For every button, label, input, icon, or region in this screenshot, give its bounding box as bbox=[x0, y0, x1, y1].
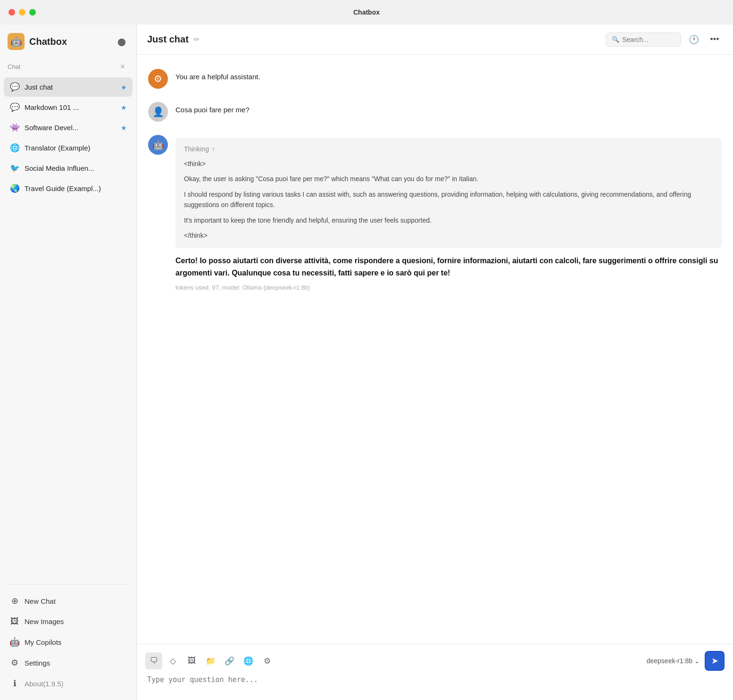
clear-icon: ✕ bbox=[120, 63, 125, 70]
chat-title: Just chat bbox=[147, 34, 189, 45]
image-button[interactable]: 🖼 bbox=[183, 652, 200, 669]
message-content-system: You are a helpful assistant. bbox=[175, 69, 722, 83]
sidebar-bottom: ⊕ New Chat 🖼 New Images 🤖 My Copilots ⚙ … bbox=[0, 589, 136, 700]
maximize-button[interactable] bbox=[29, 9, 36, 16]
sidebar-divider bbox=[8, 584, 129, 584]
globe-icon: 🌐 bbox=[243, 656, 253, 666]
my-copilots-icon: 🤖 bbox=[9, 637, 20, 647]
user-icon: 👤 bbox=[152, 106, 164, 117]
message-content-ai: Thinking ↑ <think> Okay, the user is ask… bbox=[175, 135, 722, 291]
chat-toolbar-left: 🗨 ◇ 🖼 📁 🔗 🌐 bbox=[145, 652, 275, 669]
link-button[interactable]: 🔗 bbox=[221, 652, 238, 669]
chat-input[interactable] bbox=[147, 675, 723, 690]
message-user: 👤 Cosa puoi fare per me? bbox=[148, 102, 722, 122]
folder-button[interactable]: 📁 bbox=[202, 652, 219, 669]
ai-response-text: Certo! Io posso aiutarti con diverse att… bbox=[175, 255, 722, 279]
format-button[interactable]: 🗨 bbox=[145, 652, 162, 669]
sidebar-chat-list: 💬 Just chat ★ 💬 Markdown 101 ... ★ 👾 Sof… bbox=[0, 75, 136, 579]
thinking-arrow-icon: ↑ bbox=[212, 145, 215, 153]
message-system: ⚙ You are a helpful assistant. bbox=[148, 69, 722, 89]
star-icon: ★ bbox=[121, 83, 127, 91]
clear-chats-button[interactable]: ✕ bbox=[117, 60, 129, 73]
model-selector[interactable]: deepseek-r1:8b ⌄ bbox=[647, 657, 700, 665]
thinking-line-3: I should respond by listing various task… bbox=[184, 189, 713, 210]
tools-button[interactable]: ⚙ bbox=[258, 652, 275, 669]
sidebar-item-social-media[interactable]: 🐦 Social Media Influen... bbox=[4, 158, 133, 178]
send-button[interactable]: ➤ bbox=[705, 651, 725, 671]
format-icon: 🗨 bbox=[150, 656, 158, 666]
chat-messages: ⚙ You are a helpful assistant. 👤 Cosa pu… bbox=[137, 55, 733, 644]
collapse-icon: ⬤ bbox=[117, 37, 126, 46]
settings-label: Settings bbox=[25, 659, 50, 667]
thinking-header: Thinking ↑ bbox=[184, 145, 713, 153]
sidebar-item-translator[interactable]: 🌐 Translator (Example) bbox=[4, 138, 133, 158]
edit-title-icon[interactable]: ✏ bbox=[193, 35, 200, 44]
sidebar-section-header: Chat ✕ bbox=[0, 57, 136, 75]
main-chat: Just chat ✏ 🔍 🕐 ••• ⚙ bbox=[137, 25, 733, 700]
new-images-label: New Images bbox=[25, 617, 64, 625]
about-label: About(1.9.5) bbox=[25, 680, 64, 688]
chat-toolbar: 🗨 ◇ 🖼 📁 🔗 🌐 bbox=[145, 651, 725, 671]
search-bar[interactable]: 🔍 bbox=[606, 33, 681, 47]
system-icon: ⚙ bbox=[154, 73, 162, 84]
chat-icon: 💬 bbox=[9, 102, 20, 112]
sidebar-item-travel-guide[interactable]: 🌏 Travel Guide (Exampl...) bbox=[4, 179, 133, 198]
thinking-label: Thinking bbox=[184, 145, 209, 153]
settings-icon: ⚙ bbox=[9, 658, 20, 668]
image-icon: 🖼 bbox=[188, 656, 196, 666]
thinking-line-4: It's important to keep the tone friendly… bbox=[184, 215, 713, 225]
search-icon: 🔍 bbox=[612, 36, 619, 43]
message-ai: 🤖 Thinking ↑ <think> Okay, the user is a… bbox=[148, 135, 722, 291]
sidebar-item-software-devel[interactable]: 👾 Software Devel... ★ bbox=[4, 118, 133, 137]
avatar-user: 👤 bbox=[148, 102, 168, 122]
sidebar-item-label: Just chat bbox=[25, 83, 116, 91]
chat-icon: 🌐 bbox=[9, 143, 20, 153]
sidebar-item-label: Software Devel... bbox=[25, 124, 116, 132]
new-chat-label: New Chat bbox=[25, 597, 56, 605]
erase-button[interactable]: ◇ bbox=[164, 652, 181, 669]
sidebar-item-markdown-101[interactable]: 💬 Markdown 101 ... ★ bbox=[4, 98, 133, 117]
sidebar-item-settings[interactable]: ⚙ Settings bbox=[4, 653, 133, 673]
thinking-box: Thinking ↑ <think> Okay, the user is ask… bbox=[175, 138, 722, 248]
chat-section-label: Chat bbox=[8, 63, 20, 70]
sidebar-item-my-copilots[interactable]: 🤖 My Copilots bbox=[4, 632, 133, 652]
avatar-system: ⚙ bbox=[148, 69, 168, 89]
thinking-text: <think> Okay, the user is asking "Cosa p… bbox=[184, 158, 713, 241]
sidebar-item-about[interactable]: ℹ About(1.9.5) bbox=[4, 674, 133, 693]
chat-toolbar-right: deepseek-r1:8b ⌄ ➤ bbox=[647, 651, 725, 671]
sidebar-item-new-chat[interactable]: ⊕ New Chat bbox=[4, 591, 133, 611]
sidebar-item-just-chat[interactable]: 💬 Just chat ★ bbox=[4, 77, 133, 97]
more-icon: ••• bbox=[710, 34, 719, 44]
ai-icon: 🤖 bbox=[152, 139, 164, 150]
sidebar-item-label: Markdown 101 ... bbox=[25, 103, 116, 111]
more-options-button[interactable]: ••• bbox=[707, 32, 723, 48]
globe-button[interactable]: 🌐 bbox=[240, 652, 257, 669]
message-content-user: Cosa puoi fare per me? bbox=[175, 102, 722, 116]
titlebar: Chatbox bbox=[0, 0, 733, 25]
star-icon: ★ bbox=[121, 104, 127, 111]
system-message-text: You are a helpful assistant. bbox=[175, 72, 722, 83]
chat-icon: 👾 bbox=[9, 123, 20, 133]
user-message-text: Cosa puoi fare per me? bbox=[175, 105, 722, 116]
chat-header: Just chat ✏ 🔍 🕐 ••• bbox=[137, 25, 733, 55]
close-button[interactable] bbox=[8, 9, 15, 16]
logo-emoji: 🤖 bbox=[10, 36, 22, 47]
minimize-button[interactable] bbox=[19, 9, 25, 16]
model-name: deepseek-r1:8b bbox=[647, 657, 692, 665]
app-name: Chatbox bbox=[29, 36, 67, 47]
thinking-line-5: </think> bbox=[184, 230, 713, 241]
sidebar-item-new-images[interactable]: 🖼 New Images bbox=[4, 612, 133, 631]
thinking-line-1: <think> bbox=[184, 158, 713, 169]
app-title: Chatbox bbox=[353, 8, 380, 16]
search-input[interactable] bbox=[622, 36, 675, 43]
sidebar: 🤖 Chatbox ⬤ Chat ✕ 💬 Just chat ★ 💬 bbox=[0, 25, 137, 700]
thinking-line-2: Okay, the user is asking "Cosa puoi fare… bbox=[184, 174, 713, 184]
history-button[interactable]: 🕐 bbox=[686, 32, 702, 48]
folder-icon: 📁 bbox=[206, 656, 216, 666]
chat-input-wrapper bbox=[145, 675, 725, 692]
sidebar-item-label: Translator (Example) bbox=[25, 144, 127, 152]
sidebar-item-label: Travel Guide (Exampl...) bbox=[25, 184, 127, 192]
send-icon: ➤ bbox=[711, 656, 718, 666]
sidebar-collapse-button[interactable]: ⬤ bbox=[115, 34, 129, 49]
chat-title-area: Just chat ✏ bbox=[147, 34, 200, 45]
